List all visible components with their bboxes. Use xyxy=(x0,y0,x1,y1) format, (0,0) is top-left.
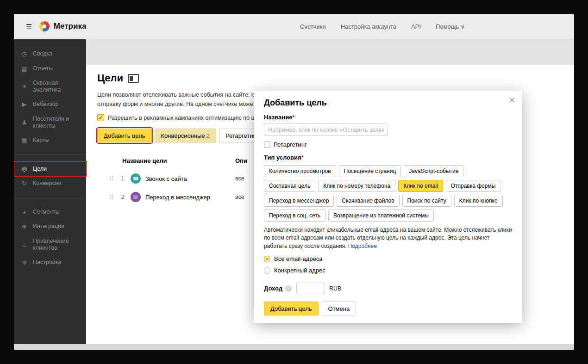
content-top-band xyxy=(86,39,574,65)
add-goal-modal: × Добавить цель Название* Ретаргетинг Ти… xyxy=(254,91,522,323)
brand-title[interactable]: Метрика xyxy=(54,22,87,31)
radio-label: Все email-адреса xyxy=(274,255,322,262)
metrika-logo-icon[interactable] xyxy=(39,21,50,31)
sidebar-item[interactable]: ∗ Сквозная аналитика xyxy=(14,76,86,97)
condition-type-button[interactable]: Посещение страниц xyxy=(339,165,401,177)
summary-icon: ◷ xyxy=(20,50,28,58)
call-goal-icon: ☎ xyxy=(131,173,141,184)
conversions-icon: ↻ xyxy=(20,180,28,187)
segments-icon: ◕ xyxy=(20,209,28,216)
revenue-row: Доход ? RUB xyxy=(264,283,512,294)
top-nav: Счетчики Настройка аккаунта API Помощь ∨ xyxy=(300,23,465,30)
email-scope-radio[interactable]: Конкретный адрес xyxy=(264,265,512,276)
revenue-label: Доход xyxy=(264,285,282,292)
condition-type-button[interactable]: Количество просмотров xyxy=(264,165,336,177)
sidebar-item-label: Отчеты xyxy=(33,65,53,72)
integrations-icon: ⊕ xyxy=(20,223,28,230)
condition-type-button[interactable]: Составная цель xyxy=(264,180,315,192)
name-field-label: Название* xyxy=(264,114,512,121)
sidebar-item[interactable]: ◎ Цели xyxy=(14,161,86,176)
acquisition-icon: ♨ xyxy=(20,241,28,248)
sidebar-item[interactable]: ♟ Посетители и клиенты xyxy=(14,112,86,133)
top-header: ≡ Метрика Счетчики Настройка аккаунта AP… xyxy=(14,14,574,39)
settings-icon: ⚙ xyxy=(20,259,28,266)
condition-type-list: Количество просмотров Посещение страниц … xyxy=(264,165,514,222)
sidebar-item-label: Настройка xyxy=(33,259,62,266)
modal-cancel-button[interactable]: Отмена xyxy=(322,302,357,315)
revenue-input[interactable] xyxy=(296,283,325,294)
goal-name-input[interactable] xyxy=(264,123,388,136)
drag-handle-icon[interactable]: ⠿ xyxy=(109,175,117,182)
sidebar-item[interactable]: ▶ Вебвизор xyxy=(14,97,86,112)
goal-name[interactable]: Звонок с сайта xyxy=(145,175,235,182)
condition-type-button[interactable]: Скачивание файлов xyxy=(337,195,399,207)
condition-type-button[interactable]: Клик по кнопке xyxy=(454,195,503,207)
goals-icon: ◎ xyxy=(20,165,28,173)
sidebar-item-label: Сегменты xyxy=(33,209,60,216)
modal-title: Добавить цель xyxy=(264,98,512,108)
condition-type-button[interactable]: Переход в мессенджер xyxy=(264,195,334,207)
filter-count-badge: 2 xyxy=(206,132,210,139)
goal-description: все xyxy=(235,194,244,200)
goal-row-number: 2 xyxy=(119,194,127,200)
condition-type-button[interactable]: Поиск по сайту xyxy=(402,195,451,207)
column-goal-name: Название цели xyxy=(122,157,167,164)
app-window: ≡ Метрика Счетчики Настройка аккаунта AP… xyxy=(14,14,574,350)
cross-analytics-icon: ∗ xyxy=(20,83,28,90)
add-goal-button[interactable]: Добавить цель xyxy=(97,129,152,142)
drag-handle-icon[interactable]: ⠿ xyxy=(109,194,117,201)
goal-row-number: 1 xyxy=(119,175,127,182)
column-goal-description: Опи xyxy=(235,157,247,164)
condition-type-label: Тип условия* xyxy=(264,154,512,161)
menu-icon[interactable]: ≡ xyxy=(26,21,32,31)
required-mark: * xyxy=(301,154,304,161)
retargeting-label: Ретаргетинг xyxy=(274,141,307,148)
webvisor-icon: ▶ xyxy=(20,101,28,108)
sidebar-item[interactable]: ↻ Конверсии xyxy=(14,176,86,191)
top-nav-item[interactable]: Настройка аккаунта xyxy=(341,23,396,30)
sidebar-item[interactable]: ◷ Сводка xyxy=(14,47,86,62)
condition-type-button[interactable]: Клик по номеру телефона xyxy=(318,180,395,192)
sidebar-item[interactable]: ⚙ Настройка xyxy=(14,255,86,270)
condition-type-button[interactable]: Переход в соц. сеть xyxy=(264,210,325,222)
sidebar-item-label: Привлечение клиентов xyxy=(33,238,82,252)
sidebar-item[interactable]: ⊕ Интеграции xyxy=(14,219,86,234)
condition-type-button[interactable]: Отправка формы xyxy=(446,180,501,192)
maps-icon: ▦ xyxy=(20,137,28,144)
bottom-band xyxy=(14,344,574,350)
email-scope-radio[interactable]: Все email-адреса xyxy=(264,253,512,265)
condition-type-button[interactable]: Клик по email xyxy=(398,180,443,192)
page-title: Цели xyxy=(97,72,123,84)
currency-label: RUB xyxy=(329,285,341,292)
sidebar-item-label: Вебвизор xyxy=(33,101,58,108)
sidebar-item-label: Сквозная аналитика xyxy=(33,80,82,93)
condition-type-button[interactable]: Возвращение из платежной системы xyxy=(328,210,434,222)
top-nav-item[interactable]: API xyxy=(411,23,421,30)
condition-type-button[interactable]: JavaScript-событие xyxy=(404,165,463,177)
goal-filter-button[interactable]: Конверсионные2 xyxy=(155,129,216,142)
top-nav-item[interactable]: Помощь ∨ xyxy=(436,23,465,30)
visitors-icon: ♟ xyxy=(20,119,28,126)
radio-label: Конкретный адрес xyxy=(274,267,325,274)
sidebar: ◷ Сводка ▤ Отчеты ∗ Сквозная аналитика ▶… xyxy=(14,39,86,344)
info-icon[interactable]: ? xyxy=(285,285,292,292)
messenger-goal-icon: ☏ xyxy=(131,192,141,202)
modal-submit-button[interactable]: Добавить цель xyxy=(264,302,319,315)
sidebar-item[interactable]: ▦ Карты xyxy=(14,133,86,148)
retargeting-checkbox[interactable] xyxy=(264,142,270,148)
top-nav-item[interactable]: Счетчики xyxy=(300,23,326,30)
sidebar-item-label: Сводка xyxy=(33,50,52,57)
close-icon[interactable]: × xyxy=(509,95,515,105)
condition-description: Автоматически находит кликабельные email… xyxy=(264,226,514,250)
more-link[interactable]: Подробнее xyxy=(348,243,377,249)
radio-icon xyxy=(264,256,270,262)
optimization-checkbox[interactable]: ✓ xyxy=(97,114,104,121)
sidebar-item[interactable]: ◕ Сегменты xyxy=(14,205,86,220)
retargeting-checkbox-row[interactable]: Ретаргетинг xyxy=(264,141,512,148)
goal-name[interactable]: Переход в мессенджер xyxy=(145,194,235,201)
goals-tutorial-icon[interactable] xyxy=(128,74,139,83)
sidebar-item[interactable]: ♨ Привлечение клиентов xyxy=(14,234,86,255)
sidebar-item[interactable]: ▤ Отчеты xyxy=(14,62,86,76)
sidebar-item-label: Конверсии xyxy=(33,180,62,187)
goal-description: все xyxy=(235,175,244,182)
